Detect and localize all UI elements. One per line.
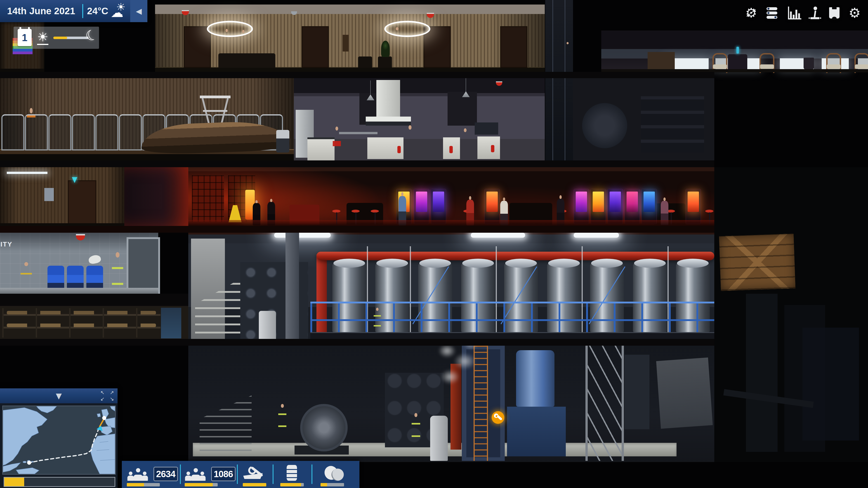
deck-separator xyxy=(0,72,714,78)
crew-bunk-room xyxy=(0,306,188,339)
minimap-panel: ▼ ↖ ↗ ↙ ↘ xyxy=(0,388,118,488)
time-of-day-panel: 1 ☀ ☾ xyxy=(13,27,99,49)
casino-guests xyxy=(188,167,714,226)
plant xyxy=(381,41,390,57)
deck2-kitchen xyxy=(294,78,545,160)
passenger-red-dress xyxy=(223,29,230,53)
railing-gate xyxy=(49,114,71,151)
blue-boiler xyxy=(516,350,555,407)
deck1-cafe xyxy=(601,31,868,72)
maintenance-task-badge[interactable] xyxy=(492,411,504,424)
corridor-door xyxy=(68,180,96,225)
logbook-icon xyxy=(829,7,839,19)
corridor-floor xyxy=(0,223,124,226)
funnel-silhouette xyxy=(746,294,778,452)
dark-machinery xyxy=(625,355,649,429)
sprinkler xyxy=(427,13,434,18)
wall-cabinet xyxy=(475,123,498,135)
catwalk xyxy=(310,332,714,339)
cafe-table xyxy=(728,54,747,70)
shelf xyxy=(339,132,377,134)
maintenance-stat[interactable] xyxy=(237,461,273,488)
passenger-black-dress xyxy=(240,30,247,53)
passengers-gauge xyxy=(127,483,160,486)
lounge-chair xyxy=(378,57,392,68)
status-bar: 2634 1086 xyxy=(122,461,360,488)
lounge-chair xyxy=(358,57,372,68)
food-stat[interactable] xyxy=(311,461,360,488)
deck-separator xyxy=(0,226,714,233)
lounge-sofa xyxy=(218,53,275,68)
collapse-arrow-icon: ◀ xyxy=(136,7,142,15)
turbine xyxy=(300,404,348,451)
minimap-expand-button[interactable]: ↖ ↗ ↙ ↘ xyxy=(100,390,114,401)
passenger-in-shaft xyxy=(565,42,570,59)
deck2-store-room xyxy=(573,78,714,160)
deck-separator xyxy=(0,294,188,306)
navigation-button[interactable]: ⚙ xyxy=(744,5,758,20)
logbook-button[interactable] xyxy=(827,5,842,20)
security-camera-dome xyxy=(291,11,297,15)
deck-separator xyxy=(0,339,714,346)
chef xyxy=(461,128,470,158)
food-plates-icon xyxy=(324,465,345,481)
lifeboat-motor xyxy=(276,130,289,153)
fluorescent-light xyxy=(7,172,48,174)
voyage-progress-bar xyxy=(4,477,115,487)
deck3-corridor xyxy=(0,167,124,226)
fire-extinguisher xyxy=(397,146,401,153)
wooden-crate xyxy=(719,234,796,291)
ceiling-beam xyxy=(294,78,545,93)
passengers-icon xyxy=(127,466,152,481)
firefighter xyxy=(411,413,421,444)
crew-value: 1086 xyxy=(211,467,236,481)
chef xyxy=(332,127,341,158)
lounge-door xyxy=(302,26,329,68)
controls-button[interactable] xyxy=(807,5,822,20)
time-slider-fill xyxy=(53,37,67,39)
railing-gate xyxy=(72,114,95,151)
crew-icon xyxy=(184,466,209,481)
crew-gauge xyxy=(185,483,218,486)
crew-stat[interactable]: 1086 xyxy=(180,461,237,488)
crew-on-promenade xyxy=(26,108,36,149)
settings-button[interactable]: ⚙ xyxy=(847,5,862,20)
day-number: 1 xyxy=(18,30,32,45)
fire-extinguisher xyxy=(450,146,453,153)
lounge-floor xyxy=(155,67,545,72)
sun-icon: ☀ xyxy=(37,31,49,45)
tasks-button[interactable] xyxy=(765,5,779,20)
bedding xyxy=(7,311,156,315)
statistics-button[interactable] xyxy=(787,5,802,20)
blue-locker xyxy=(161,308,181,338)
counter xyxy=(477,136,500,159)
hood-canopy xyxy=(366,117,411,126)
fuel-gauge xyxy=(280,483,304,486)
railing-gate xyxy=(95,114,119,151)
collapse-button[interactable]: ◀ xyxy=(130,0,147,22)
elevator-cable xyxy=(565,0,565,172)
deck3-casino xyxy=(188,167,714,226)
deck-separator xyxy=(0,160,714,167)
gear-compass-icon: ⚙ xyxy=(745,6,757,20)
time-slider-track xyxy=(53,37,89,39)
floor-reflection xyxy=(188,220,714,226)
drum xyxy=(582,103,627,148)
passengers-stat[interactable]: 2634 xyxy=(122,461,180,488)
lounge-door xyxy=(184,26,211,68)
deck5-engine-room xyxy=(188,346,714,462)
minimap-map[interactable] xyxy=(2,405,116,475)
fuel-stat[interactable] xyxy=(273,461,311,488)
sideboard xyxy=(648,52,675,70)
elevator-shaft xyxy=(545,0,573,172)
weather-cloud-glyph: ☁ xyxy=(111,6,123,19)
toggles-icon xyxy=(767,7,777,10)
lounge-door xyxy=(500,26,527,68)
aft-machinery-zone xyxy=(714,167,868,463)
maintenance-gauge xyxy=(243,483,266,486)
route-map xyxy=(3,406,115,474)
ship-cross-section: ITY xyxy=(0,0,868,488)
security-room: ITY xyxy=(0,233,158,294)
minimap-collapse-button[interactable]: ▼ xyxy=(50,388,68,403)
pendant-lamp xyxy=(370,80,371,94)
